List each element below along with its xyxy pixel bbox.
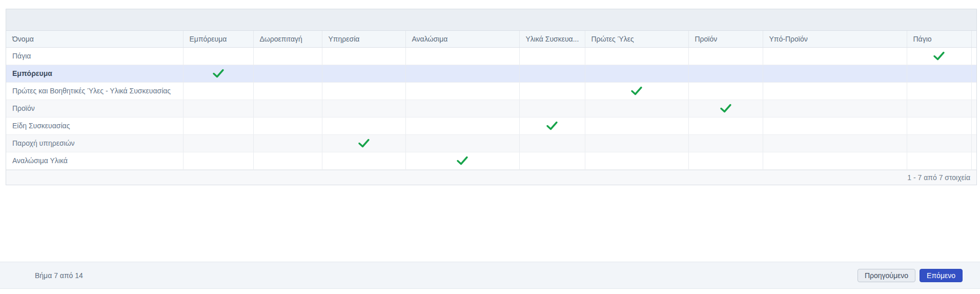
empty-cell [519,100,585,117]
empty-cell [907,152,971,169]
check-icon [546,121,558,131]
empty-cell [253,65,322,82]
column-header-4: Αναλώσιμα [405,31,519,47]
empty-cell [322,47,405,65]
empty-cell [971,65,976,82]
empty-cell [585,134,688,152]
column-header-2: Δωροεπιταγή [253,31,322,47]
table-row[interactable]: Πρώτες και Βοηθητικές Ύλες - Υλικά Συσκε… [6,82,976,100]
next-button[interactable]: Επόμενο [920,269,963,282]
checked-cell [585,82,688,100]
wizard-buttons: Προηγούμενο Επόμενο [858,269,963,282]
empty-cell [585,152,688,169]
empty-cell [688,117,763,134]
empty-cell [519,152,585,169]
column-header-spacer [971,31,976,47]
table-row[interactable]: Εμπόρευμα [6,65,976,82]
empty-cell [183,117,253,134]
column-header-8: Υπό-Προϊόν [763,31,907,47]
check-icon [358,138,370,148]
empty-cell [971,82,976,100]
item-type-name: Πάγια [6,47,183,65]
empty-cell [585,117,688,134]
empty-cell [183,47,253,65]
empty-cell [763,117,907,134]
item-type-name: Πρώτες και Βοηθητικές Ύλες - Υλικά Συσκε… [6,82,183,100]
table-row[interactable]: Είδη Συσκευασίας [6,117,976,134]
check-icon [212,68,224,79]
table-header-row: ΌνομαΕμπόρευμαΔωροεπιταγήΥπηρεσίαΑναλώσι… [6,31,976,47]
pagination-summary: 1 - 7 από 7 στοιχεία [907,173,970,182]
empty-cell [405,134,519,152]
empty-cell [322,65,405,82]
item-type-name: Είδη Συσκευασίας [6,117,183,134]
empty-cell [253,117,322,134]
table-row[interactable]: Πάγια [6,47,976,65]
item-type-name: Εμπόρευμα [6,65,183,82]
empty-cell [688,134,763,152]
table-row[interactable]: Αναλώσιμα Υλικά [6,152,976,169]
table-row[interactable]: Παροχή υπηρεσιών [6,134,976,152]
empty-cell [405,47,519,65]
empty-cell [688,82,763,100]
column-header-6: Πρώτες Ύλες [585,31,688,47]
empty-cell [585,65,688,82]
empty-cell [183,152,253,169]
item-types-table-card: ΌνομαΕμπόρευμαΔωροεπιταγήΥπηρεσίαΑναλώσι… [6,9,977,185]
check-icon [630,86,643,96]
empty-cell [253,47,322,65]
column-header-1: Εμπόρευμα [183,31,253,47]
empty-cell [322,100,405,117]
empty-cell [519,134,585,152]
empty-cell [519,65,585,82]
empty-cell [322,82,405,100]
checked-cell [688,100,763,117]
empty-cell [322,152,405,169]
empty-cell [519,82,585,100]
empty-cell [253,134,322,152]
checked-cell [519,117,585,134]
empty-cell [763,152,907,169]
item-type-name: Προϊόν [6,100,183,117]
empty-cell [971,47,976,65]
empty-cell [322,117,405,134]
empty-cell [183,134,253,152]
empty-cell [907,65,971,82]
empty-cell [907,134,971,152]
empty-cell [405,65,519,82]
checked-cell [183,65,253,82]
empty-cell [971,100,976,117]
empty-cell [907,100,971,117]
check-icon [456,155,468,166]
empty-cell [183,100,253,117]
empty-cell [907,82,971,100]
empty-cell [763,134,907,152]
item-type-matrix-table: ΌνομαΕμπόρευμαΔωροεπιταγήΥπηρεσίαΑναλώσι… [6,31,976,170]
empty-cell [253,152,322,169]
checked-cell [322,134,405,152]
table-row[interactable]: Προϊόν [6,100,976,117]
item-type-name: Αναλώσιμα Υλικά [6,152,183,169]
empty-cell [688,65,763,82]
check-icon [933,51,945,61]
empty-cell [253,82,322,100]
empty-cell [253,100,322,117]
column-header-0: Όνομα [6,31,183,47]
empty-cell [763,82,907,100]
page: ΌνομαΕμπόρευμαΔωροεπιταγήΥπηρεσίαΑναλώσι… [0,0,980,294]
empty-cell [585,47,688,65]
previous-button[interactable]: Προηγούμενο [858,269,915,282]
empty-cell [688,47,763,65]
item-type-name: Παροχή υπηρεσιών [6,134,183,152]
checked-cell [907,47,971,65]
wizard-bar: Βήμα 7 από 14 Προηγούμενο Επόμενο [0,262,980,289]
column-header-7: Προϊόν [688,31,763,47]
empty-cell [405,100,519,117]
empty-cell [763,65,907,82]
column-header-3: Υπηρεσία [322,31,405,47]
empty-cell [585,100,688,117]
checked-cell [405,152,519,169]
column-header-9: Πάγιο [907,31,971,47]
empty-cell [907,117,971,134]
empty-cell [971,152,976,169]
